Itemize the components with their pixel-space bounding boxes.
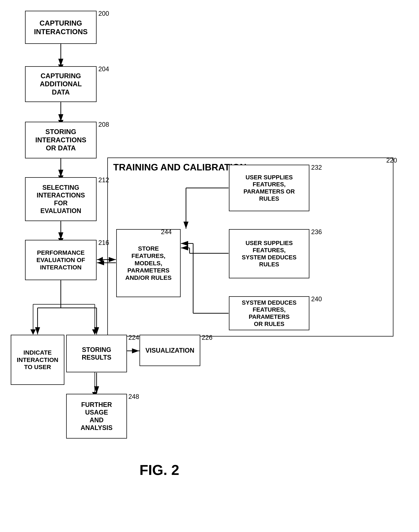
ref-240: 240 (311, 295, 322, 303)
label-system-deduces: SYSTEM DEDUCES FEATURES, PARAMETERS OR R… (242, 299, 297, 327)
svg-marker-11 (30, 329, 36, 335)
ref-224: 224 (128, 334, 139, 341)
ref-200: 200 (98, 10, 109, 17)
label-performance-evaluation: PERFORMANCE EVALUATION OF INTERACTION (37, 249, 85, 271)
svg-marker-14 (92, 329, 97, 335)
ref-232: 232 (311, 164, 322, 171)
box-visualization: VISUALIZATION (140, 335, 200, 366)
label-storing-interactions: STORING INTERACTIONS OR DATA (35, 128, 86, 152)
label-capturing-interactions: CAPTURING INTERACTIONS (34, 19, 88, 36)
label-visualization: VISUALIZATION (145, 347, 194, 354)
box-capturing-additional: CAPTURING ADDITIONAL DATA (25, 66, 97, 102)
label-store-features: STORE FEATURES, MODELS, PARAMETERS AND/O… (125, 245, 172, 281)
label-capturing-additional: CAPTURING ADDITIONAL DATA (40, 72, 82, 96)
label-storing-results: STORING RESULTS (82, 346, 111, 361)
box-indicate-interaction: INDICATE INTERACTION TO USER (11, 335, 64, 385)
label-indicate-interaction: INDICATE INTERACTION TO USER (17, 349, 58, 371)
diagram: CAPTURING INTERACTIONS 200 CAPTURING ADD… (0, 0, 419, 532)
box-storing-results: STORING RESULTS (66, 335, 127, 372)
ref-212: 212 (98, 176, 109, 184)
ref-204: 204 (98, 65, 109, 73)
ref-226: 226 (202, 334, 212, 341)
box-selecting-interactions: SELECTING INTERACTIONS FOR EVALUATION (25, 177, 97, 221)
fig-label: FIG. 2 (140, 462, 179, 478)
box-capturing-interactions: CAPTURING INTERACTIONS (25, 11, 97, 44)
ref-208: 208 (98, 121, 109, 128)
label-selecting-interactions: SELECTING INTERACTIONS FOR EVALUATION (37, 184, 85, 215)
box-system-deduces: SYSTEM DEDUCES FEATURES, PARAMETERS OR R… (229, 296, 309, 330)
box-performance-evaluation: PERFORMANCE EVALUATION OF INTERACTION (25, 240, 97, 280)
box-user-supplies-2: USER SUPPLIES FEATURES, SYSTEM DEDUCES R… (229, 229, 309, 278)
ref-248: 248 (128, 393, 139, 400)
box-user-supplies-1: USER SUPPLIES FEATURES, PARAMETERS OR RU… (229, 165, 309, 211)
ref-220: 220 (386, 157, 397, 164)
label-training-calibration: TRAINING AND CALIBRATION (113, 162, 247, 173)
label-user-supplies-2: USER SUPPLIES FEATURES, SYSTEM DEDUCES R… (242, 240, 297, 268)
box-further-usage: FURTHER USAGE AND ANALYSIS (66, 394, 127, 438)
box-store-features: STORE FEATURES, MODELS, PARAMETERS AND/O… (116, 229, 181, 297)
ref-216: 216 (98, 239, 109, 246)
svg-marker-20 (97, 257, 103, 262)
ref-236: 236 (311, 228, 322, 236)
box-storing-interactions: STORING INTERACTIONS OR DATA (25, 122, 97, 158)
label-further-usage: FURTHER USAGE AND ANALYSIS (81, 401, 113, 432)
label-user-supplies-1: USER SUPPLIES FEATURES, PARAMETERS OR RU… (243, 174, 295, 202)
ref-244: 244 (161, 228, 172, 236)
